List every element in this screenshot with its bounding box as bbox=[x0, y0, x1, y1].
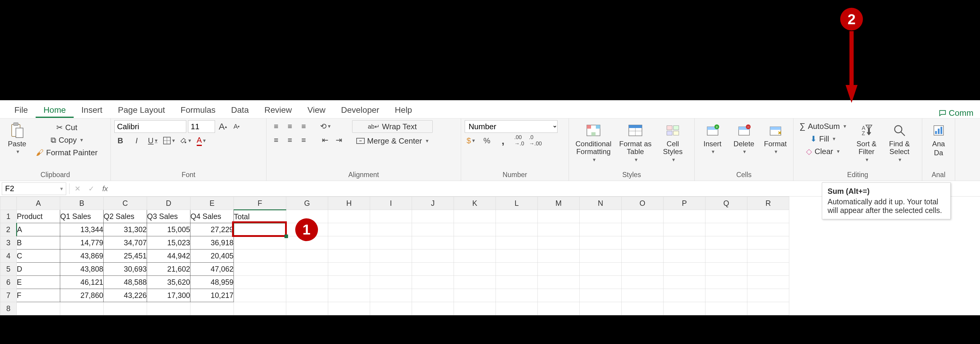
tab-home[interactable]: Home bbox=[36, 102, 74, 118]
cell-R4[interactable] bbox=[747, 249, 789, 263]
cell-F1[interactable]: Total bbox=[234, 210, 286, 223]
col-header-F[interactable]: F bbox=[234, 197, 286, 210]
cell-D3[interactable]: 15,023 bbox=[147, 236, 191, 249]
underline-button[interactable]: U▾ bbox=[147, 135, 159, 147]
tab-view[interactable]: View bbox=[300, 102, 333, 118]
cell-M4[interactable] bbox=[538, 249, 580, 263]
cell-D8[interactable] bbox=[147, 302, 191, 315]
cell-P2[interactable] bbox=[663, 223, 705, 236]
tab-developer[interactable]: Developer bbox=[333, 102, 387, 118]
cell-F8[interactable] bbox=[234, 302, 286, 315]
sort-filter-button[interactable]: AZ Sort & Filter▾ bbox=[851, 120, 881, 163]
col-header-I[interactable]: I bbox=[370, 197, 412, 210]
cell-I5[interactable] bbox=[370, 263, 412, 276]
delete-cells-button[interactable]: − Delete▾ bbox=[730, 120, 758, 155]
cell-P6[interactable] bbox=[663, 276, 705, 289]
cell-H8[interactable] bbox=[328, 302, 370, 315]
cell-L2[interactable] bbox=[496, 223, 538, 236]
cell-C1[interactable]: Q2 Sales bbox=[103, 210, 147, 223]
cell-B4[interactable]: 43,869 bbox=[60, 249, 103, 263]
cell-M1[interactable] bbox=[538, 210, 580, 223]
name-box[interactable]: F2 ▾ bbox=[2, 182, 66, 195]
find-select-button[interactable]: Find & Select▾ bbox=[885, 120, 915, 163]
cell-O3[interactable] bbox=[622, 236, 663, 249]
tab-review[interactable]: Review bbox=[256, 102, 300, 118]
cell-R3[interactable] bbox=[747, 236, 789, 249]
cell-L3[interactable] bbox=[496, 236, 538, 249]
tab-data[interactable]: Data bbox=[223, 102, 256, 118]
grow-font-button[interactable]: A▴ bbox=[217, 120, 229, 133]
cell-O1[interactable] bbox=[622, 210, 663, 223]
col-header-P[interactable]: P bbox=[663, 197, 705, 210]
cell-R7[interactable] bbox=[747, 289, 789, 302]
increase-decimal-button[interactable]: .00→.0 bbox=[513, 135, 525, 147]
cell-F7[interactable] bbox=[234, 289, 286, 302]
cell-F3[interactable] bbox=[234, 236, 286, 249]
cell-H4[interactable] bbox=[328, 249, 370, 263]
cell-I1[interactable] bbox=[370, 210, 412, 223]
cell-H1[interactable] bbox=[328, 210, 370, 223]
cell-J8[interactable] bbox=[412, 302, 454, 315]
cell-L6[interactable] bbox=[496, 276, 538, 289]
cell-B2[interactable]: 13,344 bbox=[60, 223, 103, 236]
cell-A3[interactable]: B bbox=[17, 236, 60, 249]
cell-L7[interactable] bbox=[496, 289, 538, 302]
align-middle-button[interactable]: ≡ bbox=[284, 120, 296, 132]
cell-M6[interactable] bbox=[538, 276, 580, 289]
cell-D7[interactable]: 17,300 bbox=[147, 289, 191, 302]
cell-K8[interactable] bbox=[454, 302, 496, 315]
cell-O6[interactable] bbox=[622, 276, 663, 289]
cell-H6[interactable] bbox=[328, 276, 370, 289]
cell-N3[interactable] bbox=[580, 236, 622, 249]
cell-D4[interactable]: 44,942 bbox=[147, 249, 191, 263]
clear-button[interactable]: ◇ Clear ▾ bbox=[797, 146, 848, 157]
number-format-combo[interactable]: Number bbox=[465, 120, 557, 133]
cell-Q6[interactable] bbox=[705, 276, 747, 289]
cell-P8[interactable] bbox=[663, 302, 705, 315]
wrap-text-button[interactable]: ab↵ Wrap Text bbox=[352, 120, 433, 133]
col-header-B[interactable]: B bbox=[60, 197, 103, 210]
cell-L5[interactable] bbox=[496, 263, 538, 276]
cell-J4[interactable] bbox=[412, 249, 454, 263]
cell-P7[interactable] bbox=[663, 289, 705, 302]
cell-Q2[interactable] bbox=[705, 223, 747, 236]
cell-I6[interactable] bbox=[370, 276, 412, 289]
cell-P3[interactable] bbox=[663, 236, 705, 249]
autosum-button[interactable]: ∑ AutoSum ▾ bbox=[797, 121, 848, 132]
col-header-O[interactable]: O bbox=[622, 197, 663, 210]
cell-Q3[interactable] bbox=[705, 236, 747, 249]
cell-I3[interactable] bbox=[370, 236, 412, 249]
cell-L8[interactable] bbox=[496, 302, 538, 315]
cell-R5[interactable] bbox=[747, 263, 789, 276]
cell-C6[interactable]: 48,588 bbox=[103, 276, 147, 289]
increase-indent-button[interactable]: ⇥ bbox=[333, 134, 345, 146]
cell-O5[interactable] bbox=[622, 263, 663, 276]
enter-formula-button[interactable]: ✓ bbox=[84, 185, 98, 193]
cell-P1[interactable] bbox=[663, 210, 705, 223]
col-header-J[interactable]: J bbox=[412, 197, 454, 210]
cell-E2[interactable]: 27,229 bbox=[191, 223, 234, 236]
cell-R8[interactable] bbox=[747, 302, 789, 315]
cell-C3[interactable]: 34,707 bbox=[103, 236, 147, 249]
align-top-button[interactable]: ≡ bbox=[270, 120, 282, 132]
select-all-corner[interactable] bbox=[0, 197, 17, 210]
cell-C7[interactable]: 43,226 bbox=[103, 289, 147, 302]
cell-A2[interactable]: A bbox=[17, 223, 60, 236]
orientation-button[interactable]: ⟲▾ bbox=[319, 120, 331, 132]
row-header-3[interactable]: 3 bbox=[0, 236, 17, 249]
cell-E4[interactable]: 20,405 bbox=[191, 249, 234, 263]
col-header-L[interactable]: L bbox=[496, 197, 538, 210]
cell-D5[interactable]: 21,602 bbox=[147, 263, 191, 276]
col-header-H[interactable]: H bbox=[328, 197, 370, 210]
col-header-A[interactable]: A bbox=[17, 197, 60, 210]
align-left-button[interactable]: ≡ bbox=[270, 134, 282, 146]
tab-file[interactable]: File bbox=[6, 102, 36, 118]
cell-I8[interactable] bbox=[370, 302, 412, 315]
cell-M8[interactable] bbox=[538, 302, 580, 315]
cell-Q7[interactable] bbox=[705, 289, 747, 302]
cell-E1[interactable]: Q4 Sales bbox=[191, 210, 234, 223]
cell-R1[interactable] bbox=[747, 210, 789, 223]
cell-B6[interactable]: 46,121 bbox=[60, 276, 103, 289]
italic-button[interactable]: I bbox=[130, 135, 143, 147]
cell-P5[interactable] bbox=[663, 263, 705, 276]
